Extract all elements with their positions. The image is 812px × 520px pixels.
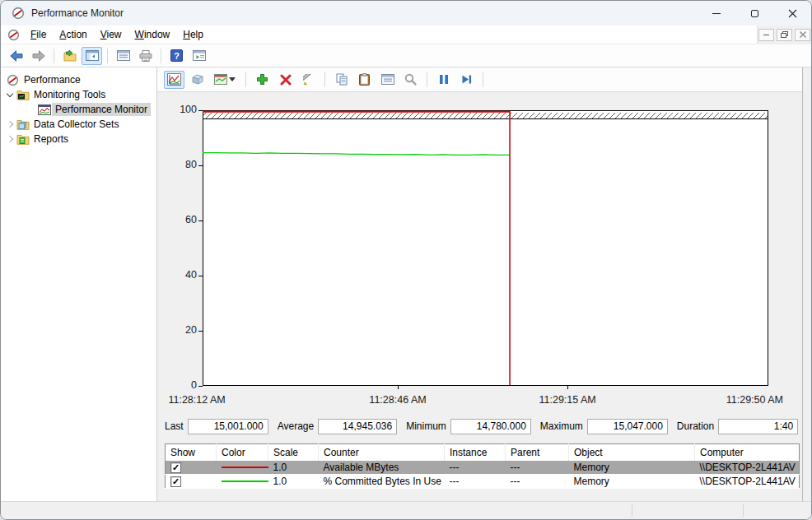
window-play-icon	[193, 50, 206, 61]
printer-icon	[139, 50, 152, 62]
col-instance[interactable]: Instance	[445, 444, 506, 462]
folder-export-icon	[63, 49, 77, 62]
svg-text:?: ?	[174, 51, 180, 61]
tree-item-data-collector-sets[interactable]: Data Collector Sets	[1, 117, 156, 132]
back-button[interactable]	[6, 47, 26, 65]
y-axis-tick-label: 40	[162, 269, 197, 281]
counter-color-swatch	[222, 467, 268, 468]
parent-cell: ---	[506, 475, 569, 489]
col-parent[interactable]: Parent	[506, 444, 569, 462]
forward-button[interactable]	[28, 47, 49, 65]
menu-help[interactable]: Help	[176, 26, 210, 43]
maximum-label: Maximum	[540, 420, 583, 432]
scale-cell: 1.0	[268, 461, 319, 475]
view-current-activity-button[interactable]	[164, 71, 184, 89]
chevron-down-icon[interactable]	[4, 94, 16, 96]
minimize-button[interactable]	[698, 1, 735, 26]
pause-icon	[439, 74, 449, 85]
mdi-minimize-button[interactable]	[758, 29, 774, 41]
title-bar: Performance Monitor	[1, 1, 811, 26]
x-axis-tick-label: 11:28:46 AM	[369, 394, 426, 406]
menu-bar: File Action View Window Help	[1, 26, 811, 44]
menu-action[interactable]: Action	[53, 26, 93, 43]
show-checkbox[interactable]: ✓	[170, 476, 181, 487]
freeze-display-button[interactable]	[433, 71, 454, 89]
step-forward-icon	[461, 74, 472, 85]
add-counter-button[interactable]	[252, 71, 273, 89]
delete-counter-button[interactable]	[275, 71, 296, 89]
tree-item-reports[interactable]: Reports	[1, 132, 156, 146]
database-cube-icon	[191, 73, 204, 86]
mdi-close-icon	[800, 31, 806, 38]
menu-view[interactable]: View	[94, 26, 128, 43]
col-show[interactable]: Show	[166, 444, 217, 462]
y-axis-tick-label: 100	[162, 104, 197, 115]
col-color[interactable]: Color	[217, 444, 268, 462]
counter-row-committed-bytes[interactable]: ✓ 1.0 % Committed Bytes In Use --- --- M…	[166, 475, 800, 489]
magnifier-icon	[404, 73, 417, 86]
dropdown-caret-icon	[229, 77, 236, 81]
back-icon	[10, 50, 23, 62]
scale-cell: 1.0	[268, 475, 319, 489]
export-list-button[interactable]	[59, 47, 80, 65]
toolbar-separator	[54, 49, 54, 63]
performance-monitor-pane: 10080604020011:28:12 AM11:28:46 AM11:29:…	[157, 67, 803, 503]
col-counter[interactable]: Counter	[319, 444, 445, 462]
highlighter-pen-icon	[303, 74, 315, 86]
mdi-restore-button[interactable]	[777, 29, 792, 41]
highlight-button[interactable]	[298, 71, 319, 89]
chart-properties-button[interactable]	[377, 71, 398, 89]
content-area: Performance Monitoring Tools Performance…	[1, 67, 811, 503]
zoom-button[interactable]	[400, 71, 421, 89]
graph-canvas	[203, 110, 768, 386]
legend-area: Show Color Scale Counter Instance Parent…	[157, 443, 802, 503]
performance-monitor-icon	[37, 104, 51, 115]
close-button[interactable]	[773, 1, 811, 26]
col-scale[interactable]: Scale	[268, 444, 319, 462]
duration-label: Duration	[677, 420, 714, 432]
counter-row-available-mbytes[interactable]: ✓ 1.0 Available MBytes --- --- Memory \\…	[166, 461, 800, 475]
show-checkbox[interactable]: ✓	[170, 462, 181, 473]
copy-properties-button[interactable]	[331, 71, 352, 89]
change-graph-type-button[interactable]	[210, 71, 240, 89]
view-log-data-button[interactable]	[187, 71, 208, 89]
console-app-icon	[7, 29, 20, 41]
clipboard-icon	[359, 73, 370, 86]
tree-item-performance-monitor[interactable]: Performance Monitor	[1, 102, 156, 117]
toolbar-separator	[324, 72, 325, 87]
update-data-button[interactable]	[456, 71, 477, 89]
col-object[interactable]: Object	[569, 444, 695, 462]
maximize-button[interactable]	[735, 1, 773, 26]
copy-icon	[336, 73, 348, 86]
mdi-controls	[757, 26, 811, 44]
counter-legend-table: Show Color Scale Counter Instance Parent…	[165, 443, 800, 489]
console-tree-icon	[86, 50, 99, 61]
instance-cell: ---	[445, 461, 506, 475]
average-label: Average	[278, 420, 314, 432]
tree-item-monitoring-tools[interactable]: Monitoring Tools	[1, 87, 156, 102]
new-window-button[interactable]	[189, 47, 209, 65]
print-button[interactable]	[135, 47, 156, 65]
value-bar: Last 15,001.000 Average 14,945.036 Minim…	[157, 410, 802, 443]
mdi-close-button[interactable]	[795, 29, 810, 41]
y-axis-tick-label: 0	[162, 379, 197, 391]
chevron-right-icon[interactable]	[4, 137, 16, 142]
performance-graph	[203, 110, 768, 386]
chevron-right-icon[interactable]	[4, 122, 16, 127]
properties-button[interactable]	[113, 47, 133, 65]
help-button[interactable]: ?	[166, 47, 187, 65]
paste-counter-list-button[interactable]	[354, 71, 375, 89]
delete-x-icon	[280, 74, 292, 86]
app-icon	[12, 7, 25, 20]
window-title: Performance Monitor	[31, 7, 124, 19]
tree-item-performance[interactable]: Performance	[1, 72, 156, 87]
toolbar-separator	[427, 72, 427, 87]
counter-cell: Available MBytes	[319, 461, 445, 475]
folder-chart-icon	[16, 89, 30, 100]
col-computer[interactable]: Computer	[695, 444, 800, 462]
menu-window[interactable]: Window	[128, 26, 177, 43]
last-label: Last	[165, 420, 184, 432]
menu-file[interactable]: File	[24, 26, 53, 43]
counter-cell: % Committed Bytes In Use	[319, 475, 445, 489]
show-hide-console-tree-button[interactable]	[82, 47, 102, 65]
